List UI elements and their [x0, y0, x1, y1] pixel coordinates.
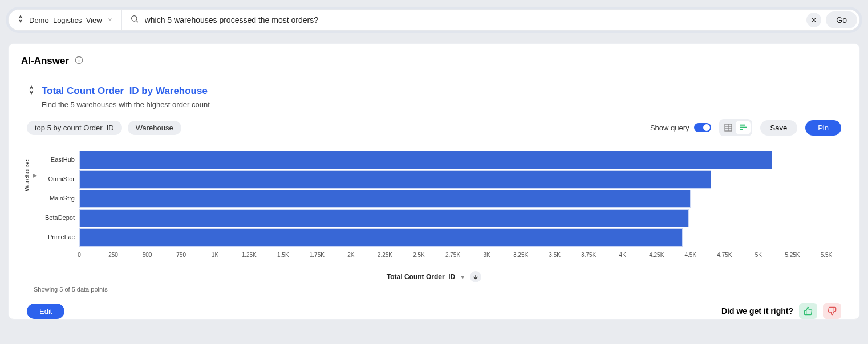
expand-icon[interactable]: ▶: [33, 172, 37, 178]
search-input[interactable]: [145, 15, 807, 24]
bar-fill[interactable]: [79, 170, 711, 189]
x-tick-label: 4K: [619, 252, 626, 258]
answer-title-row: Total Count Order_ID by Warehouse: [27, 85, 841, 97]
x-axis-label-row: Total Count Order_ID ▼: [27, 271, 841, 282]
bar-row: OmniStor: [79, 170, 826, 189]
x-tick-label: 3.5K: [549, 252, 561, 258]
data-point-note: Showing 5 of 5 data points: [34, 286, 841, 293]
svg-point-0: [131, 16, 136, 21]
dropdown-icon[interactable]: ▼: [460, 274, 465, 280]
info-icon[interactable]: [75, 56, 83, 67]
x-tick-label: 1.75K: [310, 252, 325, 258]
x-tick-label: 5.25K: [785, 252, 800, 258]
sparkle-icon: [27, 85, 36, 97]
bar-fill[interactable]: [79, 228, 683, 247]
chips-row: top 5 by count Order_ID Warehouse Show q…: [27, 119, 841, 136]
bars-container: EastHubOmniStorMainStrgBetaDepotPrimeFac: [79, 150, 826, 247]
worksheet-icon: [17, 15, 25, 25]
x-tick-label: 4.75K: [717, 252, 732, 258]
x-tick-label: 2K: [347, 252, 354, 258]
search-icon: [130, 14, 139, 26]
x-tick-label: 3.75K: [581, 252, 596, 258]
edit-button[interactable]: Edit: [27, 304, 64, 319]
show-query-label: Show query: [650, 124, 689, 132]
viz-type-switch: [719, 119, 752, 136]
sort-button[interactable]: [470, 271, 481, 282]
source-selector[interactable]: Demo_Logistics_View: [9, 10, 122, 30]
clear-button[interactable]: [806, 13, 821, 27]
svg-rect-12: [740, 127, 747, 128]
answer-card: AI-Answer Total Count Order_ID by Wareho…: [8, 43, 860, 320]
save-button[interactable]: Save: [760, 120, 798, 136]
x-tick-label: 500: [143, 252, 152, 258]
x-tick-label: 0: [78, 252, 81, 258]
svg-line-1: [136, 21, 138, 22]
svg-rect-13: [740, 129, 743, 130]
bar-category-label: BetaDepot: [45, 214, 75, 221]
go-button[interactable]: Go: [826, 11, 857, 28]
x-tick-label: 2.25K: [378, 252, 392, 258]
bar-row: MainStrg: [79, 189, 826, 208]
x-axis: 02505007501K1.25K1.5K1.75K2K2.25K2.5K2.7…: [79, 252, 826, 260]
x-tick-label: 750: [176, 252, 186, 258]
thumbs-down-button[interactable]: [823, 303, 841, 319]
chart-title-link[interactable]: Total Count Order_ID by Warehouse: [42, 85, 208, 97]
filter-chip[interactable]: top 5 by count Order_ID: [27, 121, 122, 135]
x-tick-label: 5.5K: [821, 252, 833, 258]
right-controls: Show query Save Pin: [650, 119, 841, 136]
svg-rect-11: [740, 125, 745, 126]
bar-row: PrimeFac: [79, 228, 826, 247]
show-query-toggle: Show query: [650, 123, 711, 132]
x-tick-label: 250: [108, 252, 118, 258]
bar-fill[interactable]: [79, 190, 691, 208]
card-title: AI-Answer: [21, 55, 69, 67]
chips-container: top 5 by count Order_ID Warehouse: [27, 121, 181, 135]
y-axis-label: Warehouse: [23, 159, 30, 191]
thumbs-up-button[interactable]: [799, 303, 817, 319]
chart-area: Warehouse ▶ EastHubOmniStorMainStrgBetaD…: [27, 142, 841, 293]
x-tick-label: 4.5K: [685, 252, 697, 258]
x-tick-label: 5K: [755, 252, 762, 258]
toggle-switch[interactable]: [694, 123, 711, 132]
x-tick-label: 3.25K: [513, 252, 528, 258]
feedback-section: Did we get it right?: [721, 303, 841, 319]
x-tick-label: 1.25K: [242, 252, 257, 258]
bar-category-label: OmniStor: [48, 175, 75, 182]
x-tick-label: 2.5K: [413, 252, 425, 258]
bar-category-label: EastHub: [51, 156, 75, 163]
chart-view-option[interactable]: [736, 121, 751, 134]
bar-row: EastHub: [79, 150, 826, 170]
x-tick-label: 4.25K: [649, 252, 664, 258]
x-tick-label: 1K: [212, 252, 218, 258]
chevron-down-icon: [107, 15, 113, 25]
bar-row: BetaDepot: [79, 208, 826, 228]
x-axis-label: Total Count Order_ID: [387, 273, 455, 281]
search-bar: Demo_Logistics_View Go: [8, 9, 860, 31]
card-footer: Edit Did we get it right?: [27, 303, 841, 319]
card-content: Total Count Order_ID by Warehouse Find t…: [9, 85, 859, 301]
bar-category-label: MainStrg: [50, 195, 75, 202]
source-name: Demo_Logistics_View: [29, 16, 102, 24]
pin-button[interactable]: Pin: [805, 120, 841, 136]
bar-fill[interactable]: [79, 209, 689, 227]
table-view-option[interactable]: [721, 121, 736, 134]
bar-category-label: PrimeFac: [48, 234, 75, 240]
x-tick-label: 2.75K: [445, 252, 460, 258]
card-header: AI-Answer: [9, 44, 859, 75]
x-tick-label: 1.5K: [277, 252, 289, 258]
bar-fill[interactable]: [79, 151, 772, 169]
chart-subtitle: Find the 5 warehouses with the highest o…: [42, 100, 841, 109]
feedback-prompt: Did we get it right?: [721, 306, 793, 316]
filter-chip[interactable]: Warehouse: [128, 121, 181, 135]
x-tick-label: 3K: [483, 252, 490, 258]
